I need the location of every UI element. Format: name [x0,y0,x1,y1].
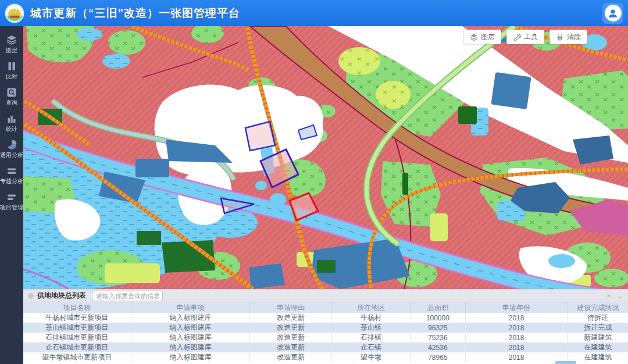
map-tools-button[interactable]: 工具 [506,30,544,44]
table-cell: 望牛墩 [331,352,410,362]
table-cell: 新建建筑 [568,333,628,342]
table-cell: 茶山镇 [331,323,410,333]
table-cell: 牛杨村 [331,313,410,323]
table-cell: 在建建筑 [568,342,628,352]
map-button-label: 图层 [481,32,495,42]
sidebar-item-label: 统计 [0,126,23,132]
sidebar-item-layers[interactable]: 图层 [0,31,23,57]
map-clear-button[interactable]: 清除 [550,30,587,44]
column-header[interactable]: 总面积 [411,302,466,313]
table-cell: 企石镇城市更新项目 [23,342,131,352]
table-cell: 纳入标图建库 [131,333,250,342]
table-row[interactable]: 牛杨村城市更新项目纳入标图建库改造更新牛杨村1000002018待拆迁 [23,313,628,323]
table-cell: 牛杨村城市更新项目 [23,313,131,323]
search-icon [6,87,17,98]
column-header[interactable]: 所在地区 [331,302,410,313]
map-button-label: 工具 [524,32,538,42]
table-row[interactable]: 茶山镇城市更新项目纳入标图建库改造更新茶山镇963252018拆迁完成 [23,323,628,333]
layers-icon [470,33,478,41]
sidebar-item-statistics[interactable]: 统计 [0,109,23,135]
sidebar-item-label: 比对 [0,73,23,80]
sidebar-item-label: 专题分析 [0,178,23,184]
table-cell: 改造更新 [250,342,331,352]
pie-chart-icon [6,140,17,150]
table-cell: 纳入标图建库 [131,323,250,333]
sidebar-item-label: 图层 [0,47,23,53]
sidebar-item-query[interactable]: 查询 [0,83,23,109]
land-plots-table: 项目名称申请事项申请理由所在地区总面积申请年份建设完成情况 牛杨村城市更新项目纳… [23,302,628,362]
table-cell: 望牛墩镇城市更新项目 [23,352,131,362]
project-list-icon [6,192,17,202]
topic-list-icon [6,166,17,176]
panel-title: 供地地块总列表 [37,291,86,301]
table-cell: 纳入标图建库 [131,313,250,323]
sidebar-item-label: 查询 [0,99,23,106]
map-canvas[interactable] [23,26,628,289]
panel-header: 供地地块总列表 × ⌄ [23,290,628,302]
table-cell: 96325 [411,323,466,333]
table-cell: 2018 [465,342,568,352]
table-row[interactable]: 望牛墩镇城市更新项目纳入标图建库改造更新望牛墩789652018在建建筑 [23,352,628,362]
table-cell: 改造更新 [250,333,331,342]
table-cell: 2018 [465,333,568,342]
table-cell: 石排镇 [331,333,410,342]
layers-icon [6,35,17,45]
sidebar-item-general-analysis[interactable]: 通用分析 [0,135,23,162]
table-cell: 改造更新 [250,352,331,362]
sidebar-item-thematic-analysis[interactable]: 专题分析 [0,162,23,188]
table-cell: 纳入标图建库 [131,352,250,362]
table-cell: 2018 [465,313,568,323]
left-toolbar: 图层 比对 查询 统计 通用分析 专题分析 [0,26,23,364]
table-cell: 茶山镇城市更新项目 [23,323,131,333]
column-header[interactable]: 申请年份 [465,302,568,313]
table-cell: 75236 [411,333,466,342]
sidebar-item-label: 项目管理 [0,204,23,210]
map-layers-button[interactable]: 图层 [463,30,501,44]
table-cell: 100000 [411,313,466,323]
table-cell: 42536 [411,342,466,352]
table-cell: 2018 [465,323,568,333]
table-cell: 2018 [465,352,568,362]
sidebar-item-project-management[interactable]: 项目管理 [0,188,23,214]
table-cell: 78965 [411,352,466,362]
app-window: 城市更新（“三旧”改造）一张图管理平台 图层 比对 查询 [0,0,628,364]
table-header-row: 项目名称申请事项申请理由所在地区总面积申请年份建设完成情况 [23,302,628,313]
sidebar-item-label: 通用分析 [0,152,23,158]
panel-drag-icon[interactable] [28,293,34,299]
map-button-label: 清除 [567,32,581,42]
user-avatar-icon [605,5,622,22]
column-header[interactable]: 建设完成情况 [568,302,628,313]
user-avatar-button[interactable] [602,3,623,24]
map-viewport[interactable]: 图层 工具 清除 [23,26,628,289]
column-header[interactable]: 项目名称 [23,302,131,313]
table-cell: 在建建筑 [568,352,628,362]
collapse-icon[interactable]: ⌄ [616,292,623,299]
sidebar-item-compare[interactable]: 比对 [0,57,23,83]
table-cell: 待拆迁 [568,313,628,323]
close-icon[interactable]: × [605,292,612,299]
table-cell: 企石镇 [331,342,410,352]
table-cell: 石排镇城市更新项目 [23,333,131,342]
top-header: 城市更新（“三旧”改造）一张图管理平台 [0,0,628,26]
column-header[interactable]: 申请理由 [250,302,331,313]
pagination-page-button[interactable] [555,361,576,364]
column-header[interactable]: 申请事项 [131,302,250,313]
table-row[interactable]: 企石镇城市更新项目纳入标图建库改造更新企石镇425362018在建建筑 [23,342,628,352]
bar-chart-icon [6,113,17,124]
city-logo [5,3,24,23]
table-cell: 纳入标图建库 [131,342,250,352]
table-row[interactable]: 石排镇城市更新项目纳入标图建库改造更新石排镇752362018新建建筑 [23,333,628,342]
map-toolbar: 图层 工具 清除 [463,30,587,44]
clear-brush-icon [556,33,564,41]
search-input[interactable] [92,291,163,301]
page-title: 城市更新（“三旧”改造）一张图管理平台 [30,6,240,21]
table-cell: 拆迁完成 [568,323,628,333]
compare-icon [6,61,17,72]
land-list-panel: 供地地块总列表 × ⌄ 项目名称申请事项申请理由所在地区总面积申请年份建设完成情… [23,289,628,364]
table-cell: 改造更新 [250,323,331,333]
wrench-icon [513,33,521,41]
table-cell: 改造更新 [250,313,331,323]
